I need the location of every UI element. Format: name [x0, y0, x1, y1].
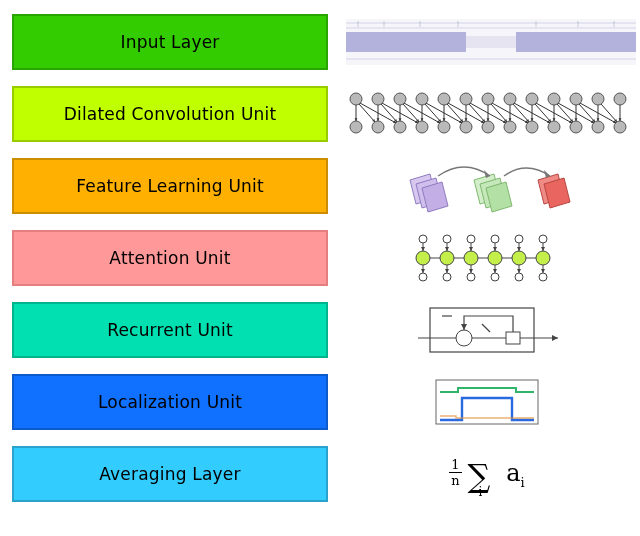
svg-marker-126 — [421, 247, 425, 251]
svg-marker-160 — [517, 269, 521, 273]
svg-marker-150 — [493, 247, 497, 251]
block-label: Localization Unit — [98, 392, 242, 412]
block-input-layer: Input Layer — [12, 14, 328, 70]
row-localization: Localization Unit — [12, 370, 628, 434]
illus-localization — [346, 370, 628, 434]
illus-dilated-conv — [346, 82, 640, 146]
svg-marker-117 — [486, 182, 512, 212]
illus-spectrogram — [346, 10, 636, 74]
svg-point-124 — [419, 273, 427, 281]
svg-rect-169 — [430, 308, 534, 352]
block-attention: Attention Unit — [12, 230, 328, 286]
svg-marker-136 — [445, 269, 449, 273]
attention-icon — [407, 229, 567, 287]
block-label: Recurrent Unit — [107, 320, 233, 340]
illus-feature-learning — [346, 154, 628, 218]
svg-marker-152 — [493, 269, 497, 273]
block-label: Attention Unit — [109, 248, 230, 268]
svg-point-146 — [491, 235, 499, 243]
illus-averaging-formula: 1 n ∑ i ai — [346, 442, 628, 506]
svg-point-156 — [515, 273, 523, 281]
block-label: Input Layer — [120, 32, 219, 52]
svg-point-36 — [592, 93, 604, 105]
svg-marker-134 — [445, 247, 449, 251]
svg-marker-176 — [461, 324, 467, 330]
svg-marker-144 — [469, 269, 473, 273]
summand-sub: i — [521, 474, 525, 489]
svg-point-140 — [467, 273, 475, 281]
spectrogram-icon — [346, 19, 636, 65]
frac-numer: 1 — [449, 458, 461, 473]
illus-recurrent — [346, 298, 628, 362]
svg-marker-128 — [421, 269, 425, 273]
svg-point-163 — [536, 251, 550, 265]
summand: ai — [506, 459, 524, 490]
svg-point-147 — [488, 251, 502, 265]
row-attention: Attention Unit — [12, 226, 628, 290]
feature-stacks-icon — [392, 156, 582, 216]
svg-marker-114 — [422, 182, 448, 212]
fraction: 1 n — [449, 458, 461, 487]
block-feature-learning: Feature Learning Unit — [12, 158, 328, 214]
svg-rect-4 — [346, 32, 466, 52]
svg-marker-119 — [544, 178, 570, 208]
summand-var: a — [506, 459, 520, 487]
block-label: Feature Learning Unit — [76, 176, 264, 196]
block-dilated-conv: Dilated Convolution Unit — [12, 86, 328, 142]
svg-point-155 — [512, 251, 526, 265]
row-dilated-conv: Dilated Convolution Unit — [12, 82, 628, 146]
svg-point-162 — [539, 235, 547, 243]
block-localization: Localization Unit — [12, 374, 328, 430]
block-label: Dilated Convolution Unit — [64, 104, 277, 124]
svg-point-38 — [614, 93, 626, 105]
localization-plot-icon — [432, 376, 542, 428]
svg-point-148 — [491, 273, 499, 281]
svg-point-123 — [416, 251, 430, 265]
svg-rect-171 — [506, 332, 520, 344]
block-label: Averaging Layer — [99, 464, 240, 484]
sigma-index: i — [478, 485, 482, 499]
svg-marker-168 — [541, 269, 545, 273]
svg-point-154 — [515, 235, 523, 243]
svg-point-138 — [467, 235, 475, 243]
svg-point-164 — [539, 273, 547, 281]
dilated-conv-icon — [346, 87, 640, 141]
svg-rect-5 — [516, 32, 636, 52]
block-averaging: Averaging Layer — [12, 446, 328, 502]
svg-point-132 — [443, 273, 451, 281]
svg-point-122 — [419, 235, 427, 243]
svg-point-130 — [443, 235, 451, 243]
row-averaging: Averaging Layer 1 n ∑ i ai — [12, 442, 628, 506]
svg-point-15 — [350, 121, 362, 133]
svg-point-170 — [456, 330, 472, 346]
illus-attention — [346, 226, 628, 290]
averaging-formula: 1 n ∑ i ai — [449, 455, 524, 493]
svg-marker-142 — [469, 247, 473, 251]
row-recurrent: Recurrent Unit — [12, 298, 628, 362]
block-recurrent: Recurrent Unit — [12, 302, 328, 358]
svg-marker-175 — [552, 335, 558, 341]
svg-marker-158 — [517, 247, 521, 251]
row-feature-learning: Feature Learning Unit — [12, 154, 628, 218]
svg-point-17 — [372, 121, 384, 133]
row-input-layer: Input Layer — [12, 10, 628, 74]
svg-marker-166 — [541, 247, 545, 251]
recurrent-cell-icon — [412, 302, 562, 358]
frac-denom: n — [451, 473, 459, 487]
svg-point-139 — [464, 251, 478, 265]
svg-rect-6 — [466, 36, 516, 48]
svg-point-131 — [440, 251, 454, 265]
